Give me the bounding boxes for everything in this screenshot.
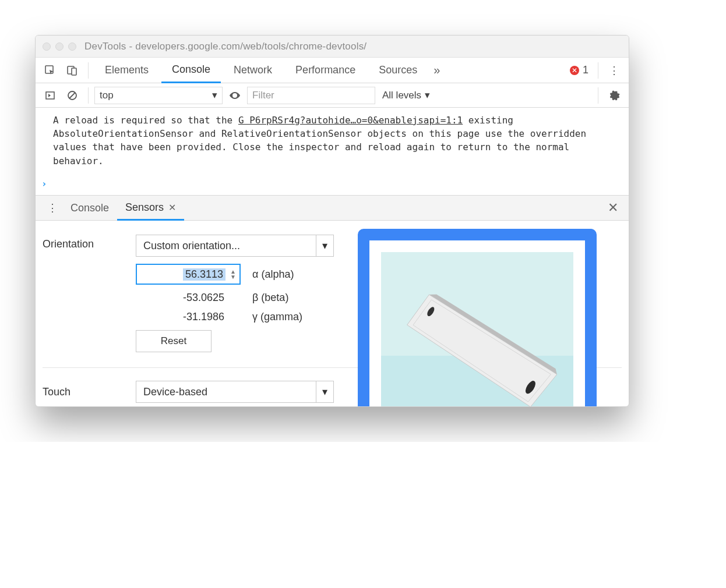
orientation-preview-scene[interactable] [381,252,573,407]
device-toolbar-icon[interactable] [62,61,82,80]
stepper-icon[interactable]: ▲▼ [230,270,236,279]
chevron-down-icon: ▾ [212,89,217,101]
zoom-window-button[interactable] [68,42,76,51]
console-message-text: A reload is required so that the [53,115,238,126]
device-3d-model[interactable] [381,252,573,407]
error-icon: ✕ [570,66,579,75]
alpha-value: 56.3113 [183,268,225,281]
clear-console-icon[interactable] [62,86,82,105]
drawer-menu-icon[interactable]: ⋮ [41,201,62,214]
console-toolbar: top ▾ Filter All levels ▾ [36,83,629,108]
separator [88,62,89,79]
main-tab-strip: Elements Console Network Performance Sou… [36,58,629,83]
console-output: A reload is required so that the G P6rpR… [36,108,629,195]
drawer-close-icon[interactable]: ✕ [603,200,623,215]
alpha-input[interactable]: 56.3113 ▲▼ [136,264,241,285]
live-expression-eye-icon[interactable] [225,86,245,105]
levels-select[interactable]: All levels ▾ [378,89,435,101]
sensors-panel: Orientation Custom orientation... ▾ 56.3… [36,221,629,373]
orientation-select[interactable]: Custom orientation... ▾ [136,235,334,257]
titlebar: DevTools - developers.google.com/web/too… [36,36,629,58]
separator [598,87,598,104]
svg-rect-2 [72,68,76,75]
touch-select[interactable]: Device-based ▾ [136,381,334,403]
console-prompt[interactable]: › [41,177,47,190]
tab-network[interactable]: Network [223,58,283,83]
chevron-down-icon: ▾ [316,381,333,402]
beta-input[interactable]: -53.0625 [136,292,241,304]
drawer-tab-console[interactable]: Console [62,196,117,220]
svg-rect-0 [45,66,53,73]
more-options-icon[interactable]: ⋮ [604,61,624,80]
svg-marker-8 [405,293,557,407]
tabs-overflow-icon[interactable]: » [430,63,443,77]
tab-sources[interactable]: Sources [368,58,428,83]
console-settings-gear-icon[interactable] [604,86,624,105]
gamma-input[interactable]: -31.1986 [136,311,241,323]
drawer-tab-sensors[interactable]: Sensors ✕ [117,196,184,221]
filter-input[interactable]: Filter [247,87,375,104]
touch-label: Touch [43,386,118,398]
close-window-button[interactable] [43,42,51,51]
inspect-element-icon[interactable] [40,61,60,80]
chevron-down-icon: ▾ [425,89,430,101]
gamma-label: γ (gamma) [252,311,302,323]
console-message-link[interactable]: G P6rpRSr4g?autohide…o=0&enablejsapi=1:1 [238,115,463,126]
tab-elements[interactable]: Elements [94,58,159,83]
alpha-label: α (alpha) [252,268,294,281]
tab-console[interactable]: Console [161,58,221,83]
separator [598,62,598,79]
minimize-window-button[interactable] [55,42,64,51]
orientation-label: Orientation [43,235,118,250]
chevron-down-icon: ▾ [316,235,333,256]
close-tab-icon[interactable]: ✕ [168,202,176,213]
orientation-preview-highlight [358,229,597,407]
separator [88,87,89,104]
tab-performance[interactable]: Performance [285,58,366,83]
window-title: DevTools - developers.google.com/web/too… [84,41,366,52]
reset-button[interactable]: Reset [136,330,212,352]
devtools-window: DevTools - developers.google.com/web/too… [35,35,629,407]
svg-line-5 [69,93,75,98]
context-select[interactable]: top ▾ [94,87,223,104]
traffic-lights [43,42,76,51]
beta-label: β (beta) [252,292,288,304]
error-count[interactable]: ✕ 1 [566,64,592,76]
execution-context-icon[interactable] [40,86,60,105]
drawer-tab-strip: ⋮ Console Sensors ✕ ✕ [36,195,629,221]
